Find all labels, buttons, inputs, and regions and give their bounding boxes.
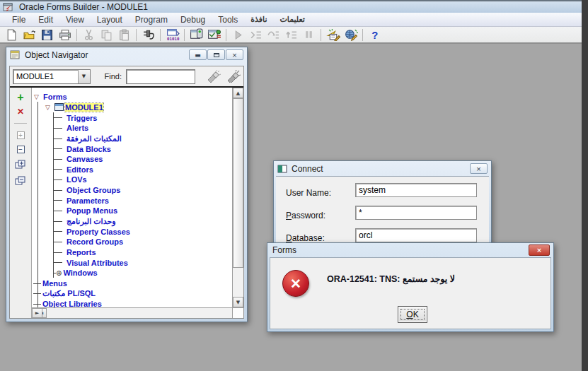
open-icon[interactable] xyxy=(21,28,38,42)
tree-item-menus[interactable]: Menus xyxy=(32,278,232,289)
error-message: ORA-12541: TNS: لا يوجد مستمع xyxy=(327,273,518,284)
tree-item-label: Record Groups xyxy=(67,237,123,246)
ok-button[interactable]: OK xyxy=(398,306,427,323)
copy-icon[interactable] xyxy=(98,28,115,42)
print-icon[interactable] xyxy=(56,28,74,42)
tree-item-property-classes[interactable]: Property Classes xyxy=(32,226,232,237)
collapse-triangle-icon[interactable]: ▽ xyxy=(34,93,43,100)
tree-item-windows[interactable]: ⊕Windows xyxy=(32,268,232,278)
tree-item-canvases[interactable]: Canvases xyxy=(32,154,232,165)
tree-item-plsql-libraries[interactable]: مكتبات PL/SQL xyxy=(32,288,232,299)
tree-item-program-units[interactable]: وحدات البرنامج xyxy=(32,216,232,227)
tree-item-attached-libraries[interactable]: المكتبات المرفقة xyxy=(32,134,232,144)
scroll-down-icon[interactable]: ▼ xyxy=(233,297,243,307)
user-name-field[interactable] xyxy=(355,183,477,197)
connect-titlebar[interactable]: Connect × xyxy=(274,161,491,176)
find-next-flashlight-icon[interactable] xyxy=(205,70,221,83)
tree-item-alerts[interactable]: Alerts xyxy=(32,123,232,134)
find-input[interactable] xyxy=(126,69,195,84)
find-label: Find: xyxy=(105,72,122,81)
combobox-dropdown-arrow-icon[interactable]: ▼ xyxy=(78,70,90,83)
tree-item-editors[interactable]: Editors xyxy=(32,164,232,175)
tree-item-popup-menus[interactable]: Popup Menus xyxy=(32,206,232,216)
step-out-icon[interactable] xyxy=(282,28,300,42)
scroll-up-icon[interactable]: ▲ xyxy=(233,88,243,98)
menu-window-arabic[interactable]: نافذة xyxy=(244,13,273,25)
module-selector-combobox[interactable]: MODULE1 ▼ xyxy=(13,69,91,84)
collapse-triangle-icon[interactable]: ▽ xyxy=(45,104,54,111)
tree-item-module1[interactable]: ▽MODULE1 xyxy=(32,102,232,113)
tree-item-reports[interactable]: Reports xyxy=(32,247,232,258)
password-label: Password: xyxy=(286,211,325,220)
tree-item-visual-attributes[interactable]: Visual Attributes xyxy=(32,257,232,268)
menu-help-arabic[interactable]: تعليمات xyxy=(273,13,311,25)
go-icon[interactable] xyxy=(229,28,247,42)
debug-form-icon[interactable] xyxy=(205,28,223,42)
vertical-scrollbar-thumb[interactable] xyxy=(233,98,243,268)
close-button[interactable]: × xyxy=(226,49,243,60)
toolbar-separator xyxy=(184,29,185,41)
cut-icon[interactable] xyxy=(80,28,98,42)
toolbar-separator xyxy=(136,29,137,41)
menu-tools[interactable]: Tools xyxy=(212,13,244,26)
toolbar-separator xyxy=(226,29,226,41)
database-field[interactable] xyxy=(355,228,477,242)
error-titlebar[interactable]: Forms × xyxy=(267,243,553,257)
minimize-button[interactable]: ▬ xyxy=(189,49,207,60)
maximize-button[interactable] xyxy=(207,49,225,60)
password-field[interactable] xyxy=(355,206,477,220)
expand-plus-icon[interactable]: ⊕ xyxy=(56,269,62,277)
maximize-glyph xyxy=(214,53,219,57)
menu-file[interactable]: File xyxy=(6,13,32,26)
run-form-icon[interactable] xyxy=(188,28,205,42)
horizontal-scrollbar[interactable]: ◄ ► xyxy=(32,307,232,318)
tree-item-object-libraries[interactable]: Object Libraries xyxy=(32,299,232,307)
tree-item-forms[interactable]: ▽Forms xyxy=(32,92,232,102)
menu-layout[interactable]: Layout xyxy=(91,13,129,26)
delete-icon[interactable]: ✕ xyxy=(17,108,24,115)
navigator-body: MODULE1 ▼ Find: + ✕ + − xyxy=(9,66,244,319)
tree-item-data-blocks[interactable]: Data Blocks xyxy=(32,143,232,154)
object-navigator-titlebar[interactable]: Object Navigator ▬ × xyxy=(6,47,247,63)
connect-dialog: Connect × User Name: Password: Database: xyxy=(273,160,492,248)
help-icon[interactable]: ? xyxy=(366,28,384,42)
close-icon[interactable]: × xyxy=(529,245,550,256)
main-toolbar: 01010 ? xyxy=(0,27,588,44)
save-icon[interactable] xyxy=(38,28,56,42)
expand-all-icon[interactable] xyxy=(15,160,26,170)
new-icon[interactable] xyxy=(3,28,21,42)
vertical-scrollbar[interactable]: ▲ ▼ xyxy=(232,88,243,307)
connect-icon[interactable] xyxy=(139,28,157,42)
tree-item-label: وحدات البرنامج xyxy=(67,217,116,225)
create-icon[interactable]: + xyxy=(17,93,23,102)
step-into-icon[interactable] xyxy=(247,28,265,42)
find-all-flashlight-icon[interactable] xyxy=(225,70,241,83)
collapse-all-icon[interactable] xyxy=(15,176,26,186)
compile-file-icon[interactable] xyxy=(324,28,342,42)
error-body: ✕ ORA-12541: TNS: لا يوجد مستمع OK xyxy=(270,257,551,329)
error-icon: ✕ xyxy=(282,270,309,297)
collapse-icon[interactable]: − xyxy=(17,146,25,153)
compile-all-icon[interactable] xyxy=(342,28,359,42)
menu-view[interactable]: View xyxy=(59,13,91,26)
form-module-icon xyxy=(54,103,64,111)
step-over-icon[interactable] xyxy=(265,28,282,42)
main-titlebar[interactable]: Oracle Forms Builder - MODULE1 xyxy=(0,0,588,13)
tree-item-record-groups[interactable]: Record Groups xyxy=(32,237,232,247)
expand-icon[interactable]: + xyxy=(17,131,25,139)
scroll-right-icon[interactable]: ► xyxy=(32,308,42,318)
pause-icon[interactable] xyxy=(300,28,318,42)
tree-item-parameters[interactable]: Parameters xyxy=(32,195,232,206)
tree-item-object-groups[interactable]: Object Groups xyxy=(32,185,232,196)
compile-module-icon[interactable]: 01010 xyxy=(163,28,181,42)
toolbar-separator xyxy=(76,29,77,41)
close-icon[interactable]: × xyxy=(470,163,488,174)
tree-item-triggers[interactable]: Triggers xyxy=(32,112,232,123)
tree-item-lovs[interactable]: LOVs xyxy=(32,175,232,185)
tree-item-label: مكتبات PL/SQL xyxy=(42,289,96,298)
menu-debug[interactable]: Debug xyxy=(174,13,212,26)
paste-icon[interactable] xyxy=(115,28,133,42)
menu-program[interactable]: Program xyxy=(129,13,174,26)
menu-edit[interactable]: Edit xyxy=(32,13,59,26)
forms-builder-app-icon xyxy=(3,3,13,12)
